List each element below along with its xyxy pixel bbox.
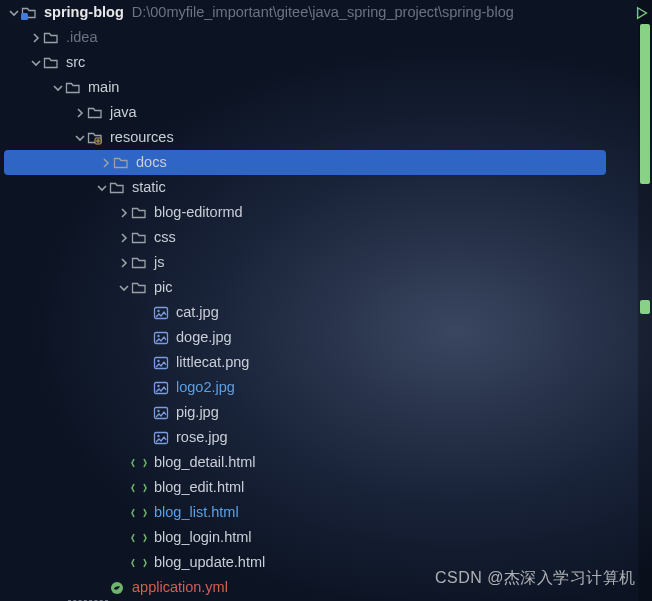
dir-css[interactable]: css [0,225,652,250]
tree-label: blog_login.html [154,525,252,550]
html-icon [130,455,148,471]
tree-label: logo2.jpg [176,375,235,400]
tree-label: pig.jpg [176,400,219,425]
file-littlecat[interactable]: littlecat.png [0,350,652,375]
tree-label: blog_edit.html [154,475,244,500]
dir-blog-editormd[interactable]: blog-editormd [0,200,652,225]
tree-label: js [154,250,164,275]
image-icon [152,405,170,421]
project-tree[interactable]: spring-blogD:\00myfile_important\gitee\j… [0,0,652,600]
folder-icon [130,230,148,246]
dir-main[interactable]: main [0,75,652,100]
tree-label: css [154,225,176,250]
dir-src[interactable]: src [0,50,652,75]
tree-label: .idea [66,25,97,50]
tree-label: spring-blog [44,0,124,25]
tree-label: blog_update.html [154,550,265,575]
svg-point-3 [157,309,159,311]
file-blog-edit[interactable]: blog_edit.html [0,475,652,500]
dir-static[interactable]: static [0,175,652,200]
dir-idea[interactable]: .idea [0,25,652,50]
folder-icon [112,155,130,171]
dir-docs[interactable]: docs [4,150,606,175]
chevron-right-icon[interactable] [74,108,86,118]
chevron-right-icon[interactable] [118,258,130,268]
change-gutter [638,0,652,601]
tree-label: docs [136,150,167,175]
folder-icon [42,55,60,71]
folder-icon [130,205,148,221]
image-icon [152,305,170,321]
folder-icon [86,105,104,121]
tree-label: pic [154,275,173,300]
tree-label: resources [110,125,174,150]
folder-icon [130,255,148,271]
svg-point-7 [157,359,159,361]
file-doge[interactable]: doge.jpg [0,325,652,350]
folder-icon [42,30,60,46]
chevron-down-icon[interactable] [74,133,86,143]
tree-label: java [110,100,137,125]
image-icon [152,355,170,371]
file-rose[interactable]: rose.jpg [0,425,652,450]
project-path: D:\00myfile_important\gitee\java_spring_… [132,0,514,25]
tree-label: blog_detail.html [154,450,256,475]
spring-icon [108,580,126,596]
html-icon [130,530,148,546]
dir-resources[interactable]: resources [0,125,652,150]
chevron-down-icon[interactable] [52,83,64,93]
tree-label: main [88,75,119,100]
tree-label: src [66,50,85,75]
html-icon [130,480,148,496]
tree-label: rose.jpg [176,425,228,450]
folder-icon [130,280,148,296]
file-pig[interactable]: pig.jpg [0,400,652,425]
dir-js[interactable]: js [0,250,652,275]
image-icon [152,330,170,346]
run-icon[interactable] [635,6,649,23]
folder-icon [64,80,82,96]
image-icon [152,430,170,446]
tree-label: blog_list.html [154,500,239,525]
tree-label: cat.jpg [176,300,219,325]
image-icon [152,380,170,396]
folder-icon [108,180,126,196]
svg-point-5 [157,334,159,336]
gutter-mark [640,300,650,314]
chevron-right-icon[interactable] [118,208,130,218]
svg-point-11 [157,409,159,411]
file-logo2[interactable]: logo2.jpg [0,375,652,400]
chevron-down-icon[interactable] [118,283,130,293]
project-root[interactable]: spring-blogD:\00myfile_important\gitee\j… [0,0,652,25]
dir-pic[interactable]: pic [0,275,652,300]
chevron-down-icon[interactable] [8,8,20,18]
svg-point-13 [157,434,159,436]
gutter-mark [640,24,650,184]
file-blog-detail[interactable]: blog_detail.html [0,450,652,475]
chevron-down-icon[interactable] [30,58,42,68]
module-icon [20,5,38,21]
folder-res-icon [86,130,104,146]
file-blog-list[interactable]: blog_list.html [0,500,652,525]
watermark: CSDN @杰深入学习计算机 [435,568,636,589]
dir-java[interactable]: java [0,100,652,125]
chevron-down-icon[interactable] [96,183,108,193]
html-icon [130,555,148,571]
tree-label: doge.jpg [176,325,232,350]
tree-label: littlecat.png [176,350,249,375]
chevron-right-icon[interactable] [30,33,42,43]
file-blog-login[interactable]: blog_login.html [0,525,652,550]
html-icon [130,505,148,521]
chevron-right-icon[interactable] [100,158,112,168]
tree-label: blog-editormd [154,200,243,225]
file-cat[interactable]: cat.jpg [0,300,652,325]
svg-rect-0 [21,13,28,20]
svg-point-9 [157,384,159,386]
tree-label: static [132,175,166,200]
tree-label: application.yml [132,575,228,600]
chevron-right-icon[interactable] [118,233,130,243]
